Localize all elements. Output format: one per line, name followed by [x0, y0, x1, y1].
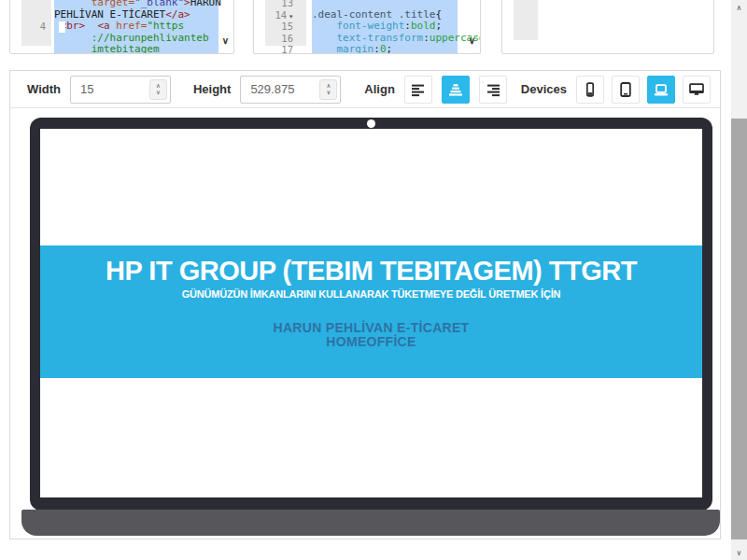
hero-banner: HP IT GROUP (TEBIM TEBITAGEM) TTGRT GÜNÜ… — [40, 245, 702, 378]
align-right-button[interactable] — [479, 76, 507, 104]
html-code-editor[interactable]: 4 target="_blank">HARUNPEHLİVAN E-TİCARE… — [9, 0, 234, 54]
align-left-icon — [410, 81, 427, 98]
rendered-preview: HP IT GROUP (TEBIM TEBITAGEM) TTGRT GÜNÜ… — [40, 129, 702, 497]
device-phone-button[interactable] — [576, 76, 604, 104]
scrollbar-up-icon[interactable]: ∧ — [731, 0, 747, 15]
line-numbers: 1314▾151617 — [265, 0, 293, 54]
align-right-icon — [485, 81, 501, 98]
devices-label: Devices — [521, 82, 567, 96]
line-numbers: 4 — [21, 0, 46, 54]
preview-toolbar: Width ∧ ∨ Height ∧ ∨ Align — [10, 71, 720, 108]
scroll-down-icon[interactable]: ∨ — [222, 36, 229, 46]
code-selection-area[interactable]: .deal-content .title{ font-weight:bold; … — [312, 0, 458, 54]
css-code-editor[interactable]: 1314▾151617 .deal-content .title{ font-w… — [253, 0, 481, 54]
scrollbar-down-icon[interactable]: ∨ — [731, 545, 747, 560]
preview-panel: Width ∧ ∨ Height ∧ ∨ Align — [9, 70, 721, 539]
scroll-down-icon[interactable]: ∨ — [469, 36, 475, 46]
code-lines[interactable]: .deal-content .title{ font-weight:bold; … — [312, 0, 458, 54]
banner-link-line1: HARUN PEHLİVAN E-TİCARET — [40, 321, 702, 335]
banner-title: HP IT GROUP (TEBIM TEBITAGEM) TTGRT — [40, 245, 702, 285]
laptop-base — [21, 510, 720, 536]
banner-subtitle: GÜNÜMÜZÜN İMKANLARINI KULLANARAK TÜKETME… — [40, 288, 702, 300]
laptop-mockup: HP IT GROUP (TEBIM TEBITAGEM) TTGRT GÜNÜ… — [10, 109, 720, 540]
code-lines[interactable]: target="_blank">HARUNPEHLİVAN E-TİCARET<… — [54, 0, 218, 54]
device-desktop-button[interactable] — [683, 76, 711, 104]
width-label: Width — [27, 82, 61, 96]
banner-link-line2: HOMEOFFİCE — [40, 335, 702, 349]
device-tablet-button[interactable] — [612, 76, 640, 104]
laptop-camera-icon — [367, 119, 375, 128]
scrollbar-thumb[interactable] — [731, 119, 747, 539]
align-center-button[interactable] — [442, 76, 470, 104]
editor-gutter — [514, 0, 538, 40]
stepper-down-icon[interactable]: ∨ — [326, 90, 331, 96]
selection-gap — [59, 21, 65, 33]
empty-code-editor[interactable] — [501, 0, 714, 54]
page-scrollbar[interactable]: ∧ ∨ — [731, 0, 747, 560]
height-input-wrap: ∧ ∨ — [240, 76, 341, 104]
width-input-wrap: ∧ ∨ — [70, 76, 171, 104]
height-label: Height — [193, 82, 231, 96]
height-stepper[interactable]: ∧ ∨ — [319, 79, 337, 100]
laptop-screen-frame: HP IT GROUP (TEBIM TEBITAGEM) TTGRT GÜNÜ… — [30, 118, 712, 511]
width-stepper[interactable]: ∧ ∨ — [149, 79, 167, 100]
phone-icon — [582, 81, 599, 98]
align-center-icon — [447, 81, 464, 98]
page: 4 target="_blank">HARUNPEHLİVAN E-TİCARE… — [0, 0, 747, 560]
device-laptop-button[interactable] — [647, 76, 675, 104]
align-left-button[interactable] — [404, 76, 432, 104]
desktop-icon — [688, 81, 705, 98]
stepper-down-icon[interactable]: ∨ — [156, 90, 161, 96]
laptop-icon — [653, 81, 669, 98]
align-label: Align — [364, 82, 395, 96]
tablet-icon — [617, 81, 634, 98]
code-selection-area[interactable]: target="_blank">HARUNPEHLİVAN E-TİCARET<… — [54, 0, 218, 54]
